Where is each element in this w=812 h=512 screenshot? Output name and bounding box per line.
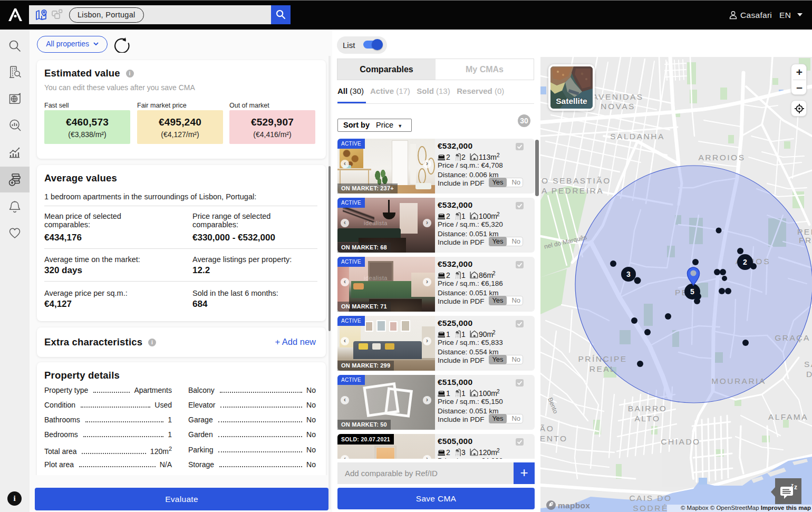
svg-text:1: 1: [461, 330, 466, 339]
svg-text:BAIRRO: BAIRRO: [628, 404, 667, 413]
svg-text:FR.: FR.: [799, 236, 812, 245]
svg-text:SALDANHA: SALDANHA: [610, 132, 665, 141]
svg-text:2: 2: [446, 271, 450, 279]
svg-text:2: 2: [446, 448, 450, 457]
svg-text:1: 1: [461, 212, 466, 220]
svg-text:120m: 120m: [479, 448, 497, 457]
svg-text:mapbox: mapbox: [558, 501, 590, 510]
svg-text:CHIADO: CHIADO: [661, 437, 700, 446]
svg-text:2: 2: [497, 448, 500, 453]
svg-text:CAIS DO: CAIS DO: [629, 494, 672, 503]
svg-text:1: 1: [461, 271, 466, 279]
svg-text:ALFAMA: ALFAMA: [768, 412, 808, 421]
svg-text:2: 2: [492, 330, 496, 335]
svg-text:2: 2: [446, 212, 450, 220]
svg-text:NOVAS: NOVAS: [601, 102, 635, 111]
svg-text:PRÍNCIPE: PRÍNCIPE: [578, 354, 627, 363]
svg-text:100m: 100m: [479, 212, 497, 220]
svg-text:D: D: [806, 370, 812, 379]
svg-text:AVENIDAS: AVENIDAS: [592, 92, 643, 101]
svg-text:ARROIOS: ARROIOS: [699, 153, 746, 162]
svg-text:113m: 113m: [479, 153, 497, 161]
svg-text:90m: 90m: [479, 330, 493, 339]
svg-text:2: 2: [497, 212, 500, 217]
svg-text:100m: 100m: [479, 389, 497, 398]
svg-text:SÃO: SÃO: [804, 360, 812, 369]
svg-text:1: 1: [461, 389, 466, 398]
svg-text:GRAÇA: GRAÇA: [775, 333, 810, 342]
svg-text:2: 2: [497, 153, 500, 158]
svg-text:2: 2: [461, 153, 466, 161]
svg-text:PEN: PEN: [797, 227, 812, 236]
svg-text:1: 1: [446, 389, 450, 398]
svg-text:2: 2: [446, 153, 450, 161]
svg-text:3: 3: [626, 270, 631, 278]
svg-text:SODRÉ: SODRÉ: [633, 504, 669, 512]
svg-text:5: 5: [690, 287, 694, 296]
svg-text:1: 1: [446, 330, 450, 339]
svg-text:86m: 86m: [479, 271, 493, 279]
svg-text:z: z: [794, 484, 797, 491]
svg-text:2: 2: [492, 271, 496, 276]
svg-text:SÃO: SÃO: [540, 424, 554, 433]
svg-text:MOURARIA: MOURARIA: [711, 376, 766, 385]
svg-text:BENTO: BENTO: [540, 434, 568, 443]
svg-text:2: 2: [497, 389, 500, 394]
svg-text:REAL: REAL: [589, 364, 616, 373]
svg-text:ALTO: ALTO: [634, 414, 660, 423]
svg-text:3: 3: [461, 448, 466, 457]
svg-text:2: 2: [743, 258, 747, 266]
svg-text:O SEBASTIÃO: O SEBASTIÃO: [542, 176, 611, 185]
svg-text:z: z: [791, 483, 794, 488]
svg-text:A PEDREIRA: A PEDREIRA: [542, 186, 604, 195]
